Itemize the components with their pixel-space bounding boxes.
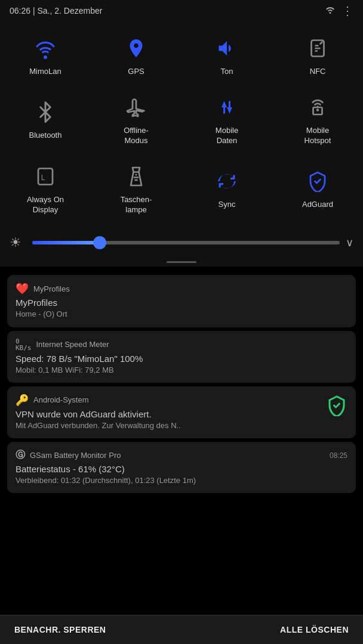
tile-mimolan[interactable]: MimoLan (0, 26, 91, 85)
tile-taschenlampe[interactable]: Taschen- lampe (91, 154, 182, 224)
brightness-icon: ☀ (10, 235, 26, 250)
android-body: Mit AdGuard verbunden. Zur Verwaltung de… (16, 420, 347, 431)
wifi-icon (32, 35, 59, 62)
tile-adguard[interactable]: AdGuard (272, 154, 363, 224)
wifi-status-icon (325, 5, 336, 16)
gsam-title: Batteriestatus - 61% (32°C) (16, 464, 347, 474)
myprofiles-body: Home - (O) Ort (16, 309, 347, 320)
clear-all-button[interactable]: ALLE LÖSCHEN (280, 625, 349, 634)
svg-text:L: L (41, 174, 45, 182)
notif-android-header: 🔑 Android-System (16, 394, 347, 407)
speed-app-name: Internet Speed Meter (36, 340, 348, 349)
brightness-fill (32, 241, 100, 244)
status-bar: 06:26 | Sa., 2. Dezember ⋮ (0, 0, 363, 21)
mobile-data-icon (213, 94, 241, 121)
key-icon: 🔑 (16, 394, 29, 407)
adguard-icon (304, 168, 331, 195)
volume-icon (213, 35, 241, 62)
lock-notifications-button[interactable]: BENACHR. SPERREN (14, 625, 106, 634)
airplane-icon (122, 94, 150, 121)
brightness-row: ☀ ∨ (0, 228, 363, 258)
tile-sync[interactable]: Sync (182, 154, 272, 224)
brightness-thumb[interactable] (93, 236, 106, 249)
tile-adguard-label: AdGuard (302, 200, 333, 210)
brightness-slider[interactable] (32, 241, 340, 244)
notification-internet-speed[interactable]: 0KB/s Internet Speed Meter Speed: 78 B/s… (7, 331, 356, 383)
speed-body: Mobil: 0,1 MB WiFi: 79,2 MB (16, 365, 347, 376)
myprofiles-icon: ❤️ (16, 282, 29, 295)
bluetooth-icon (32, 98, 59, 126)
tile-sync-label: Sync (219, 200, 236, 210)
tile-mobile-daten-label: Mobile Daten (216, 126, 238, 146)
android-app-name: Android-System (33, 395, 347, 404)
hotspot-icon (304, 94, 331, 121)
tile-offline-label: Offline- Modus (124, 126, 149, 146)
more-icon: ⋮ (342, 4, 353, 18)
brightness-expand-icon[interactable]: ∨ (346, 236, 353, 249)
location-icon (122, 35, 150, 62)
gsam-app-name: GSam Battery Monitor Pro (30, 451, 325, 460)
sync-icon (213, 168, 241, 195)
always-on-display-icon: L (32, 163, 59, 190)
speed-meter-icon: 0KB/s (16, 338, 32, 351)
notification-myprofiles[interactable]: ❤️ MyProfiles MyProfiles Home - (O) Ort (7, 275, 356, 327)
tile-bluetooth-label: Bluetooth (29, 131, 62, 141)
speed-title: Speed: 78 B/s "MimoLan" 100% (16, 354, 347, 364)
tile-ton[interactable]: Ton (182, 26, 272, 85)
android-title: VPN wurde von AdGuard aktiviert. (16, 409, 347, 419)
tile-taschenlampe-label: Taschen- lampe (121, 195, 152, 215)
notif-gsam-header: Ⓖ GSam Battery Monitor Pro 08:25 (16, 449, 347, 462)
svg-point-5 (136, 174, 137, 175)
svg-point-2 (316, 109, 319, 112)
quick-tiles-grid: MimoLan GPS Ton NFC (0, 21, 363, 228)
gsam-body: Verbleibend: 01:32 (Durchschnitt), 01:23… (16, 475, 347, 486)
flashlight-icon (122, 163, 150, 190)
nfc-icon (304, 35, 331, 62)
tile-gps[interactable]: GPS (91, 26, 182, 85)
notification-gsam-battery[interactable]: Ⓖ GSam Battery Monitor Pro 08:25 Batteri… (7, 442, 356, 493)
drag-handle (167, 261, 196, 263)
gsam-icon: Ⓖ (16, 449, 25, 462)
notifications-list: ❤️ MyProfiles MyProfiles Home - (O) Ort … (0, 267, 363, 537)
bottom-bar: BENACHR. SPERREN ALLE LÖSCHEN (0, 615, 363, 644)
tile-always-on-display[interactable]: L Always On Display (0, 154, 91, 224)
tile-gps-label: GPS (128, 67, 144, 77)
divider-row (0, 258, 363, 267)
notif-myprofiles-header: ❤️ MyProfiles (16, 282, 347, 295)
tile-offline[interactable]: Offline- Modus (91, 85, 182, 154)
notification-android-system[interactable]: 🔑 Android-System VPN wurde von AdGuard a… (7, 386, 356, 438)
tile-mobile-hotspot[interactable]: Mobile Hotspot (272, 85, 363, 154)
gsam-time: 08:25 (330, 451, 347, 460)
myprofiles-title: MyProfiles (16, 298, 347, 308)
myprofiles-app-name: MyProfiles (33, 284, 347, 293)
notif-speed-header: 0KB/s Internet Speed Meter (16, 338, 347, 351)
tile-bluetooth[interactable]: Bluetooth (0, 85, 91, 154)
tile-nfc[interactable]: NFC (272, 26, 363, 85)
tile-mimolan-label: MimoLan (29, 67, 61, 77)
tile-nfc-label: NFC (310, 67, 326, 77)
tile-mobile-hotspot-label: Mobile Hotspot (304, 126, 331, 146)
tile-ton-label: Ton (221, 67, 233, 77)
tile-always-on-label: Always On Display (27, 195, 64, 215)
status-icons: ⋮ (325, 4, 353, 18)
adguard-badge (326, 395, 347, 419)
tile-mobile-daten[interactable]: Mobile Daten (182, 85, 272, 154)
status-time: 06:26 | Sa., 2. Dezember (10, 6, 102, 16)
